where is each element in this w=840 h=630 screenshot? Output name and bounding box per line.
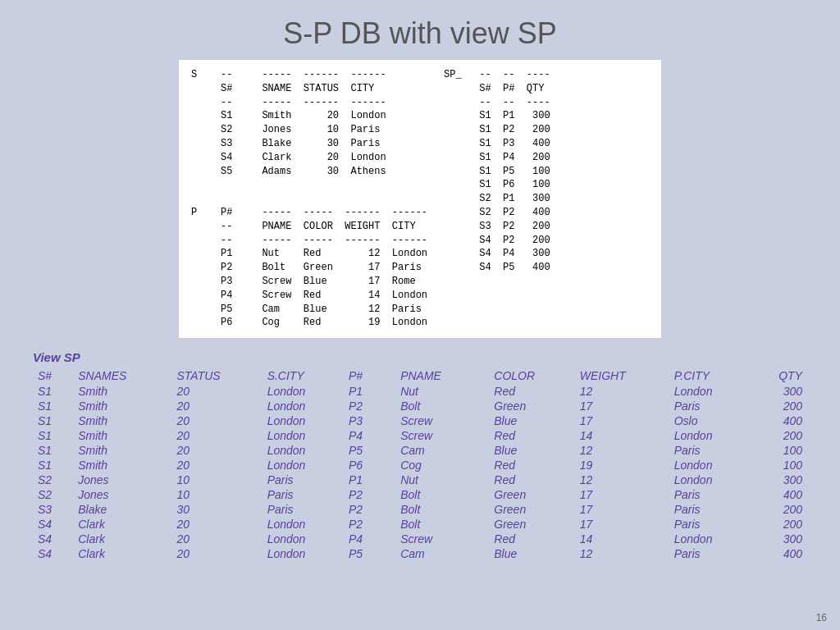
- table-cell: Red: [489, 384, 574, 399]
- table-cell: Paris: [669, 399, 751, 413]
- table-cell: 17: [575, 413, 669, 428]
- table-cell: 12: [575, 546, 669, 561]
- table-cell: S1: [33, 458, 73, 472]
- table-cell: 14: [575, 532, 669, 546]
- table-cell: Screw: [384, 428, 489, 443]
- table-cell: Smith: [73, 399, 171, 413]
- table-cell: P4: [344, 428, 384, 443]
- table-cell: Bolt: [384, 487, 489, 502]
- col-header-scity: S.CITY: [262, 368, 344, 384]
- table-cell: 20: [171, 413, 262, 428]
- table-cell: 400: [751, 546, 807, 561]
- table-cell: Bolt: [384, 399, 489, 413]
- table-cell: 17: [575, 517, 669, 532]
- table-row: S1Smith20LondonP3ScrewBlue17Oslo400: [33, 413, 807, 428]
- table-cell: 10: [171, 472, 262, 487]
- table-cell: 20: [171, 532, 262, 546]
- view-section: View SP S# SNAMES STATUS S.CITY P# PNAME…: [0, 342, 840, 561]
- table-cell: London: [669, 472, 751, 487]
- table-cell: Smith: [73, 384, 171, 399]
- table-cell: S1: [33, 384, 73, 399]
- table-cell: S1: [33, 428, 73, 443]
- table-cell: 400: [751, 487, 807, 502]
- table-cell: Oslo: [669, 413, 751, 428]
- table-cell: 200: [751, 517, 807, 532]
- table-cell: 200: [751, 502, 807, 517]
- table-cell: 20: [171, 458, 262, 472]
- table-cell: Paris: [669, 517, 751, 532]
- table-cell: S2: [33, 472, 73, 487]
- table-cell: Green: [489, 502, 574, 517]
- table-cell: 200: [751, 399, 807, 413]
- table-cell: 20: [171, 399, 262, 413]
- table-cell: Cam: [384, 443, 489, 458]
- table-cell: Blake: [73, 502, 171, 517]
- table-cell: P5: [344, 443, 384, 458]
- table-cell: London: [669, 458, 751, 472]
- table-cell: Paris: [669, 546, 751, 561]
- table-cell: Red: [489, 532, 574, 546]
- table-cell: London: [262, 428, 344, 443]
- table-cell: P2: [344, 502, 384, 517]
- table-cell: 300: [751, 472, 807, 487]
- table-cell: London: [262, 546, 344, 561]
- table-cell: Green: [489, 487, 574, 502]
- table-row: S1Smith20LondonP2BoltGreen17Paris200: [33, 399, 807, 413]
- table-cell: 300: [751, 384, 807, 399]
- table-cell: Nut: [384, 472, 489, 487]
- table-cell: Red: [489, 458, 574, 472]
- table-cell: Green: [489, 517, 574, 532]
- table-cell: London: [262, 384, 344, 399]
- table-cell: 200: [751, 428, 807, 443]
- table-cell: Bolt: [384, 517, 489, 532]
- table-cell: P4: [344, 532, 384, 546]
- table-cell: 20: [171, 517, 262, 532]
- table-cell: 17: [575, 502, 669, 517]
- col-header-snames: SNAMES: [73, 368, 171, 384]
- table-cell: 19: [575, 458, 669, 472]
- table-cell: P5: [344, 546, 384, 561]
- table-row: S2Jones10ParisP1NutRed12London300: [33, 472, 807, 487]
- db-diagram: S -- ----- ------ ------ S# SNAME STATUS…: [178, 59, 662, 339]
- table-cell: P1: [344, 472, 384, 487]
- table-cell: Clark: [73, 546, 171, 561]
- db-diagram-wrapper: S -- ----- ------ ------ S# SNAME STATUS…: [0, 59, 840, 339]
- table-cell: 10: [171, 487, 262, 502]
- table-cell: Smith: [73, 413, 171, 428]
- table-row: S2Jones10ParisP2BoltGreen17Paris400: [33, 487, 807, 502]
- table-cell: Smith: [73, 428, 171, 443]
- col-header-status: STATUS: [171, 368, 262, 384]
- table-cell: Blue: [489, 443, 574, 458]
- table-cell: Paris: [262, 487, 344, 502]
- table-cell: London: [669, 384, 751, 399]
- table-cell: 300: [751, 532, 807, 546]
- table-row: S4Clark20LondonP2BoltGreen17Paris200: [33, 517, 807, 532]
- table-row: S1Smith20LondonP6CogRed19London100: [33, 458, 807, 472]
- page-title: S-P DB with view SP: [0, 0, 840, 59]
- col-header-pcity: P.CITY: [669, 368, 751, 384]
- table-row: S3Blake30ParisP2BoltGreen17Paris200: [33, 502, 807, 517]
- table-cell: S3: [33, 502, 73, 517]
- table-cell: S1: [33, 413, 73, 428]
- col-header-pnum: P#: [344, 368, 384, 384]
- table-cell: Blue: [489, 546, 574, 561]
- table-cell: Red: [489, 472, 574, 487]
- table-cell: 20: [171, 546, 262, 561]
- table-cell: P3: [344, 413, 384, 428]
- table-cell: S4: [33, 546, 73, 561]
- table-cell: 14: [575, 428, 669, 443]
- table-cell: 30: [171, 502, 262, 517]
- table-cell: London: [262, 443, 344, 458]
- table-cell: Jones: [73, 487, 171, 502]
- table-row: S1Smith20LondonP5CamBlue12Paris100: [33, 443, 807, 458]
- col-header-pname: PNAME: [384, 368, 489, 384]
- col-header-qty: QTY: [751, 368, 807, 384]
- diagram-left: S -- ----- ------ ------ S# SNAME STATUS…: [191, 68, 427, 330]
- table-cell: Paris: [669, 487, 751, 502]
- table-cell: P1: [344, 384, 384, 399]
- table-cell: Green: [489, 399, 574, 413]
- table-cell: London: [262, 413, 344, 428]
- table-cell: London: [669, 428, 751, 443]
- table-cell: S4: [33, 517, 73, 532]
- table-cell: S2: [33, 487, 73, 502]
